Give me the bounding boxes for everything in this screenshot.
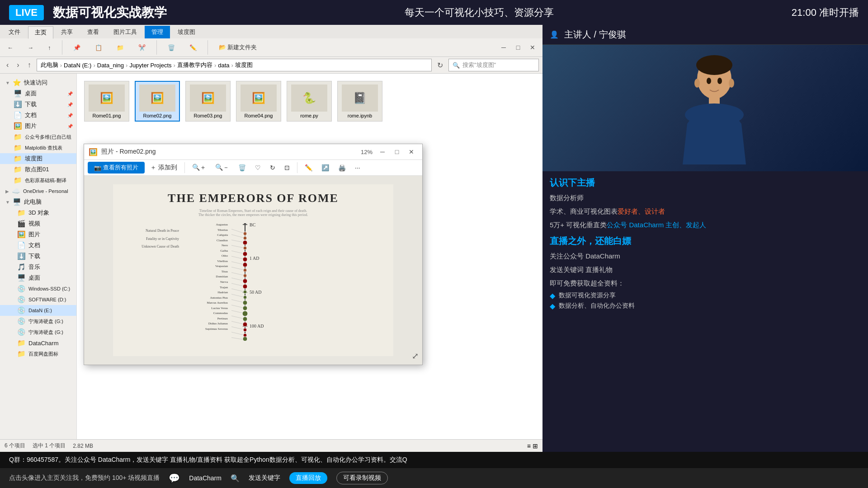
sidebar-item-color[interactable]: 📁 色彩原基础稿-翻译 bbox=[0, 175, 76, 186]
close-explorer[interactable]: ✕ bbox=[526, 42, 539, 52]
svg-point-33 bbox=[243, 240, 247, 245]
nav-forward[interactable]: › bbox=[14, 60, 22, 70]
file-thumb-2[interactable]: 🖼️ Rome02.png bbox=[135, 81, 180, 122]
btn-more[interactable]: ··· bbox=[351, 162, 364, 173]
tab-tools[interactable]: 图片工具 bbox=[107, 26, 144, 38]
send-key-btn[interactable]: 发送关键字 bbox=[249, 474, 280, 482]
pc-icon: 🖥️ bbox=[13, 198, 21, 206]
btn-forward[interactable]: → bbox=[24, 42, 37, 53]
extra-item-1: ◆ 数据分析、自动化办公资料 bbox=[550, 302, 861, 310]
btn-share[interactable]: ↗️ bbox=[318, 162, 333, 173]
viewer-maximize[interactable]: □ bbox=[391, 147, 403, 157]
path-part-5[interactable]: data bbox=[218, 62, 229, 69]
btn-new-folder[interactable]: 📂 新建文件夹 bbox=[215, 42, 261, 53]
btn-up[interactable]: ↑ bbox=[44, 42, 55, 53]
download-icon: ⬇️ bbox=[14, 100, 22, 108]
path-part-1[interactable]: DataN (E:) bbox=[64, 62, 91, 69]
sidebar-item-desktop[interactable]: 🖥️ 桌面 📌 bbox=[0, 88, 76, 99]
sidebar-item-wechat[interactable]: 📁 公众号多维(已自己组 bbox=[0, 131, 76, 142]
btn-copy[interactable]: 📋 bbox=[91, 42, 106, 53]
btn-edit[interactable]: ✏️ bbox=[301, 162, 316, 173]
nav-refresh[interactable]: ↻ bbox=[434, 60, 446, 70]
file-thumb-5[interactable]: 🐍 rome.py bbox=[287, 81, 332, 122]
sidebar-item-datand[interactable]: 💿 DataN (E:) bbox=[0, 305, 76, 316]
btn-heart[interactable]: ♡ bbox=[251, 162, 264, 173]
path-part-2[interactable]: Data_ning bbox=[97, 62, 124, 69]
music-icon: 🎵 bbox=[17, 263, 26, 271]
search-icon-action: 🔍 bbox=[231, 474, 240, 483]
sidebar-item-onedrive[interactable]: ▶ ☁️ OneDrive - Personal bbox=[0, 186, 76, 197]
sidebar-item-softd[interactable]: 💿 SOFTWARE (D:) bbox=[0, 294, 76, 305]
sidebar-item-gradient[interactable]: 📁 坡度图 bbox=[0, 153, 76, 164]
sidebar-item-images[interactable]: 🖼️ 图片 bbox=[0, 229, 76, 240]
sidebar-item-music[interactable]: 🎵 音乐 bbox=[0, 262, 76, 272]
sidebar-item-docs[interactable]: 📄 文档 📌 bbox=[0, 110, 76, 121]
sidebar-item-pics[interactable]: 🖼️ 图片 📌 bbox=[0, 121, 76, 131]
sidebar-item-video[interactable]: 🎬 视频 bbox=[0, 218, 76, 229]
btn-zoom-in[interactable]: 🔍＋ bbox=[189, 162, 210, 174]
svg-line-4 bbox=[231, 245, 245, 248]
documents-icon: 📄 bbox=[17, 241, 26, 249]
nav-back[interactable]: ‹ bbox=[4, 60, 11, 70]
nhdisk1-icon: 💿 bbox=[17, 317, 26, 325]
btn-view-all[interactable]: 📷 查看所有照片 bbox=[88, 162, 145, 174]
file-thumb-4[interactable]: 🖼️ Rome04.png bbox=[236, 81, 281, 122]
viewer-content: The Emperors of Rome Timeline of Roman E… bbox=[84, 176, 422, 365]
sidebar-item-pc[interactable]: ▼ 🖥️ 此电脑 bbox=[0, 197, 76, 207]
sidebar-item-cssd[interactable]: 💿 Windows-SSD (C:) bbox=[0, 283, 76, 294]
sidebar-item-dl[interactable]: ⬇️ 下载 bbox=[0, 251, 76, 262]
maximize-explorer[interactable]: □ bbox=[512, 42, 524, 52]
btn-delete-img[interactable]: 🗑️ bbox=[235, 162, 250, 173]
nav-up[interactable]: ↑ bbox=[25, 60, 34, 70]
file-thumb-1[interactable]: 🖼️ Rome01.png bbox=[84, 81, 129, 122]
sidebar-item-matplotlib[interactable]: 📁 Matplotlib 查找表 bbox=[0, 142, 76, 153]
btn-rename[interactable]: ✏️ bbox=[186, 42, 200, 53]
viewer-winctrls: ─ □ ✕ bbox=[376, 147, 418, 157]
btn-paste[interactable]: 📁 bbox=[113, 42, 127, 53]
sidebar-item-nhdisk2[interactable]: 💿 宁海涛硬盘 (G:) bbox=[0, 327, 76, 338]
btn-add-to[interactable]: ＋ 添加到 bbox=[146, 162, 181, 174]
btn-delete[interactable]: 🗑️ bbox=[164, 42, 179, 53]
sidebar-item-scatter[interactable]: 📁 散点图01 bbox=[0, 164, 76, 175]
presenter-icon: 👤 bbox=[550, 30, 559, 39]
tab-file[interactable]: 文件 bbox=[2, 26, 27, 38]
file-thumb-6[interactable]: 📓 rome.ipynb bbox=[337, 81, 382, 122]
btn-crop[interactable]: ⊡ bbox=[281, 162, 293, 173]
extra-item-label-1: 数据分析、自动化办公资料 bbox=[559, 302, 635, 310]
btn-quick-access[interactable]: 📌 bbox=[70, 42, 84, 53]
tab-management[interactable]: 管理 bbox=[145, 26, 170, 38]
address-path[interactable]: 此电脑 › DataN (E:) › Data_ning › Jupyter P… bbox=[37, 59, 432, 71]
btn-rotate[interactable]: ↻ bbox=[266, 162, 279, 173]
tab-home[interactable]: 主页 bbox=[28, 26, 53, 39]
tab-view[interactable]: 查看 bbox=[80, 26, 106, 38]
expand-button[interactable]: ⤢ bbox=[412, 351, 419, 361]
viewer-minimize[interactable]: ─ bbox=[376, 147, 389, 157]
sidebar-item-baidu[interactable]: 📁 百度网盘图标 bbox=[0, 348, 76, 359]
sidebar-quick-access[interactable]: ▼ ⭐ 快速访问 bbox=[0, 77, 76, 88]
sidebar-item-3d[interactable]: 📁 3D 对象 bbox=[0, 207, 76, 218]
dl-icon: ⬇️ bbox=[17, 252, 26, 260]
file-thumb-3[interactable]: 🖼️ Rome03.png bbox=[185, 81, 231, 122]
view-list-btn[interactable]: ≡ bbox=[527, 442, 531, 450]
sidebar-item-desktop2[interactable]: 🖥️ 桌面 bbox=[0, 272, 76, 283]
playback-btn[interactable]: 直播回放 bbox=[289, 472, 327, 484]
tab-gradient[interactable]: 坡度图 bbox=[171, 26, 202, 38]
btn-print[interactable]: 🖨️ bbox=[335, 162, 349, 173]
btn-back[interactable]: ← bbox=[4, 42, 17, 53]
path-part-0[interactable]: 此电脑 bbox=[41, 61, 58, 69]
path-part-6[interactable]: 坡度图 bbox=[235, 61, 253, 69]
tab-share[interactable]: 共享 bbox=[54, 26, 80, 38]
viewer-close[interactable]: ✕ bbox=[405, 147, 418, 157]
sidebar-item-nhdisk1[interactable]: 💿 宁海涛硬盘 (G:) bbox=[0, 316, 76, 327]
minimize-explorer[interactable]: ─ bbox=[497, 42, 510, 52]
btn-cut[interactable]: ✂️ bbox=[135, 42, 149, 53]
search-box[interactable]: 🔍 搜索"坡度图" bbox=[448, 59, 539, 71]
path-part-3[interactable]: Jupyter Projects bbox=[129, 62, 171, 69]
path-part-4[interactable]: 直播教学内容 bbox=[177, 61, 212, 69]
sidebar-item-documents[interactable]: 📄 文档 bbox=[0, 240, 76, 251]
sidebar-item-downloads[interactable]: ⬇️ 下载 📌 bbox=[0, 99, 76, 110]
btn-zoom-out[interactable]: 🔍－ bbox=[212, 162, 233, 174]
sidebar-item-datacharm[interactable]: 📁 DataCharm bbox=[0, 338, 76, 348]
view-grid-btn[interactable]: ⊞ bbox=[533, 442, 538, 450]
record-btn[interactable]: 可看录制视频 bbox=[336, 472, 388, 484]
